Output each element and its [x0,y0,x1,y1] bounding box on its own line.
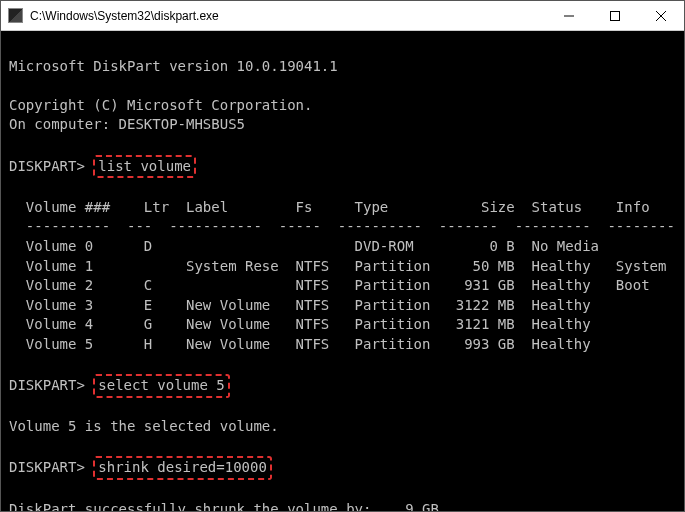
minimize-button[interactable] [546,1,592,30]
window-controls [546,1,684,30]
command-list-volume: list volume [93,155,196,179]
maximize-button[interactable] [592,1,638,30]
titlebar[interactable]: C:\Windows\System32\diskpart.exe [1,1,684,31]
version-line: Microsoft DiskPart version 10.0.19041.1 [9,58,338,74]
command-shrink: shrink desired=10000 [93,456,272,480]
prompt-label: DISKPART> [9,158,85,174]
shrunk-message-value: 9 GB [405,501,439,511]
shrunk-message-prefix: DiskPart successfully shrunk the volume … [9,501,371,511]
computer-line: On computer: DESKTOP-MHSBUS5 [9,116,245,132]
close-button[interactable] [638,1,684,30]
terminal-output[interactable]: Microsoft DiskPart version 10.0.19041.1 … [1,31,684,511]
window-title: C:\Windows\System32\diskpart.exe [30,9,546,23]
copyright-line: Copyright (C) Microsoft Corporation. [9,97,312,113]
app-icon [8,8,23,23]
selected-message: Volume 5 is the selected volume. [9,418,279,434]
command-select-volume: select volume 5 [93,374,229,398]
volume-table: Volume ### Ltr Label Fs Type Size Status… [9,199,683,352]
prompt-label: DISKPART> [9,459,85,475]
app-window: C:\Windows\System32\diskpart.exe Microso… [0,0,685,512]
prompt-label: DISKPART> [9,377,85,393]
svg-rect-1 [611,11,620,20]
